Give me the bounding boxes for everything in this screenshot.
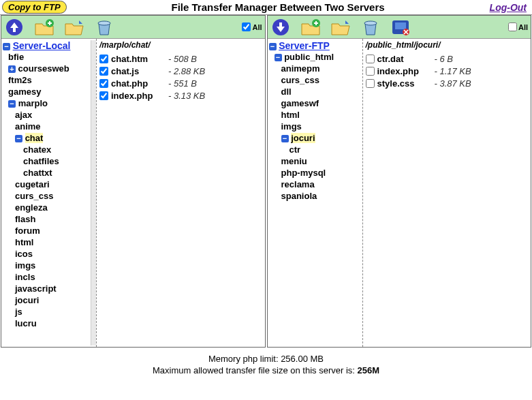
tree-folder[interactable]: ajax [15, 109, 96, 121]
right-select-all-checkbox[interactable] [508, 22, 517, 31]
tree-folder[interactable]: meniu [281, 155, 362, 167]
tree-folder[interactable]: html [15, 236, 96, 248]
page-title: File Transfer Manager Between Two Server… [67, 1, 490, 13]
trash-icon[interactable] [360, 18, 381, 37]
tree-folder[interactable]: spaniola [281, 190, 362, 202]
server-ftp-link[interactable]: Server-FTP [279, 40, 330, 51]
file-size: - 508 B [168, 54, 197, 64]
file-checkbox[interactable] [366, 79, 375, 88]
new-folder-icon[interactable] [300, 18, 321, 37]
tree-folder[interactable]: html [281, 109, 362, 121]
file-checkbox[interactable] [99, 55, 108, 63]
tree-folder[interactable]: cugetari [15, 179, 96, 190]
tree-folder[interactable]: dll [281, 86, 362, 97]
tree-folder[interactable]: imgs [15, 260, 96, 271]
tree-folder-chat[interactable]: chat [25, 133, 44, 143]
expand-icon[interactable]: + [8, 65, 16, 73]
tree-folder[interactable]: engleza [15, 202, 96, 213]
left-toolbar: All [1, 16, 265, 39]
tree-folder[interactable]: bfie [8, 51, 96, 63]
tree-folder[interactable]: icos [15, 248, 96, 260]
file-checkbox[interactable] [366, 55, 375, 63]
left-tree[interactable]: − Server-Local bfie+ courseswebftm2sgame… [1, 39, 97, 347]
right-tree[interactable]: − Server-FTP − public_html animepmcurs_c… [268, 39, 363, 347]
open-folder-icon[interactable] [64, 18, 84, 37]
left-select-all-checkbox[interactable] [242, 22, 251, 31]
file-size: - 1.17 KB [435, 66, 471, 76]
collapse-icon[interactable]: − [15, 135, 22, 142]
file-checkbox[interactable] [99, 79, 108, 88]
file-name[interactable]: chat.htm [111, 54, 168, 64]
tree-folder[interactable]: flash [15, 213, 96, 225]
left-select-all[interactable]: All [242, 22, 262, 31]
file-row: ctr.dat- 6 B [366, 54, 529, 64]
right-toolbar: All [268, 16, 531, 39]
file-name[interactable]: chat.js [111, 66, 168, 76]
file-size: - 551 B [168, 78, 197, 89]
tree-folder[interactable]: incls [15, 271, 96, 283]
file-checkbox[interactable] [99, 67, 108, 76]
disconnect-icon[interactable] [390, 18, 411, 37]
svg-point-5 [364, 21, 377, 25]
file-name[interactable]: chat.php [111, 78, 168, 89]
collapse-icon[interactable]: − [275, 54, 282, 61]
tree-folder[interactable]: curs_css [15, 190, 96, 202]
left-panel: All − Server-Local bfie+ courseswebftm2s… [1, 15, 266, 348]
right-select-all[interactable]: All [508, 22, 528, 31]
tree-folder-marplo[interactable]: marplo [18, 98, 48, 108]
new-folder-icon[interactable] [34, 18, 54, 37]
file-checkbox[interactable] [99, 91, 108, 100]
tree-folder[interactable]: jocuri [15, 294, 96, 306]
tree-folder[interactable]: anime [15, 121, 96, 132]
file-checkbox[interactable] [366, 67, 375, 76]
tree-folder[interactable]: js [15, 306, 96, 318]
file-name[interactable]: index.php [111, 91, 168, 101]
tree-folder[interactable]: ctr [290, 144, 362, 155]
tree-folder[interactable]: php-mysql [281, 167, 362, 179]
tree-folder[interactable]: javascript [15, 283, 96, 294]
file-name[interactable]: index.php [377, 66, 435, 76]
svg-point-2 [98, 21, 110, 25]
tree-folder-jocuri[interactable]: jocuri [291, 133, 315, 143]
tree-folder[interactable]: chatex [23, 144, 96, 155]
tree-folder[interactable]: lucru [15, 318, 96, 329]
tree-folder[interactable]: gameswf [281, 97, 362, 109]
left-select-all-label: All [252, 23, 262, 31]
server-local-link[interactable]: Server-Local [13, 40, 71, 51]
file-name[interactable]: ctr.dat [377, 54, 435, 64]
tree-scrollbar[interactable] [91, 40, 96, 345]
upload-icon[interactable] [4, 18, 25, 37]
svg-rect-7 [395, 22, 406, 29]
open-folder-icon[interactable] [330, 18, 351, 37]
right-path: /public_html/jocuri/ [366, 40, 529, 50]
file-size: - 6 B [435, 54, 453, 64]
tree-folder[interactable]: gamesy [8, 86, 96, 97]
download-icon[interactable] [270, 18, 291, 37]
tree-folder[interactable]: imgs [281, 121, 362, 132]
logout-link[interactable]: Log-Out [490, 2, 527, 13]
collapse-icon[interactable]: − [8, 100, 16, 108]
right-panel: All − Server-FTP − public_html animepmcu… [267, 15, 532, 348]
tree-folder[interactable]: ftm2s [8, 74, 96, 86]
file-size: - 3.13 KB [168, 91, 205, 101]
file-row: chat.htm- 508 B [99, 54, 262, 64]
right-filelist: /public_html/jocuri/ ctr.dat- 6 Bindex.p… [363, 39, 531, 347]
right-select-all-label: All [518, 23, 528, 31]
memory-limit-text: Memory php limit: 256.00 MB [0, 353, 532, 365]
tree-folder[interactable]: forum [15, 225, 96, 236]
file-name[interactable]: style.css [377, 78, 435, 89]
tree-folder[interactable]: animepm [281, 63, 362, 74]
collapse-icon[interactable]: − [281, 135, 289, 142]
copy-to-ftp-button[interactable]: Copy to FTP [2, 1, 67, 14]
tree-folder[interactable]: chatfiles [23, 155, 96, 167]
tree-folder[interactable]: reclama [281, 179, 362, 190]
collapse-icon[interactable]: − [269, 43, 277, 50]
collapse-icon[interactable]: − [3, 43, 10, 50]
tree-folder[interactable]: curs_css [281, 74, 362, 86]
tree-folder-public-html[interactable]: public_html [284, 52, 334, 62]
trash-icon[interactable] [94, 18, 114, 37]
tree-folder[interactable]: chattxt [23, 167, 96, 179]
file-row: chat.php- 551 B [99, 78, 262, 89]
tree-folder[interactable]: + coursesweb [8, 63, 96, 74]
footer: Memory php limit: 256.00 MB Maximum allo… [0, 348, 532, 376]
